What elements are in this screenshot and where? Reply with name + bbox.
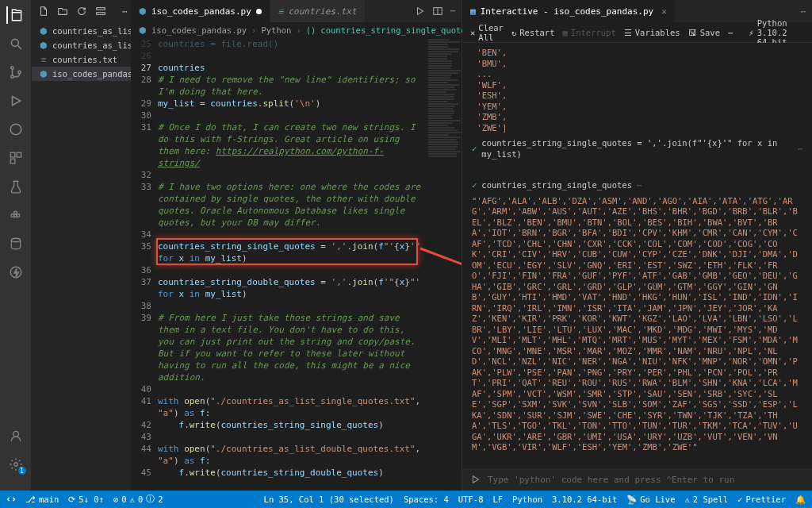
svg-rect-16 (97, 8, 105, 10)
source-control-icon[interactable] (7, 64, 25, 81)
docker-icon[interactable] (7, 206, 25, 224)
run-debug-icon[interactable] (7, 92, 25, 110)
svg-point-2 (10, 75, 13, 78)
interrupt-button: ▦ Interrupt (563, 28, 616, 37)
file-item[interactable]: ≡countries.txt (32, 52, 131, 67)
file-icon: ⬢ (38, 25, 49, 37)
cell-header: ✓ countries_string_single_quotes ⋯ (472, 175, 802, 196)
oracle-icon[interactable] (7, 121, 25, 138)
repl-placeholder: Type 'python' code here and press ⌃Enter… (488, 475, 734, 485)
cell-header: ✓ countries_string_single_quotes = ','.j… (472, 133, 802, 164)
svg-rect-11 (13, 212, 16, 214)
git-sync[interactable]: ⟳ 5↓ 0↑ (68, 495, 104, 504)
file-icon: ⬢ (38, 40, 49, 51)
editor-tab[interactable]: ≡countries.txt (270, 0, 366, 22)
svg-point-4 (10, 124, 21, 135)
database-icon[interactable] (7, 235, 25, 252)
more-icon[interactable]: ⋯ (450, 6, 455, 17)
extensions-icon[interactable] (7, 149, 25, 167)
file-name: countries.txt (52, 55, 117, 64)
interactive-output[interactable]: 'BEN', 'BMU', ... 'WLF', 'ESH', 'YEM', '… (462, 43, 812, 468)
svg-rect-17 (97, 13, 105, 15)
clear-all-button[interactable]: ✕ Clear All (470, 23, 504, 42)
svg-point-15 (13, 463, 17, 467)
language-mode[interactable]: Python (512, 495, 542, 504)
problems[interactable]: ⊘ 0 ⚠ 0 ⓘ 2 (113, 494, 163, 505)
go-live[interactable]: 📡 Go Live (626, 495, 675, 505)
prettier[interactable]: ✓ Prettier (737, 495, 786, 504)
file-icon: ⬢ (38, 68, 49, 79)
collapse-icon[interactable] (95, 6, 106, 17)
remote-icon[interactable] (6, 495, 16, 504)
interactive-toolbar: ✕ Clear All ↻ Restart ▦ Interrupt ☰ Vari… (462, 22, 812, 43)
file-name: iso_codes_pandas.py (52, 69, 131, 79)
svg-rect-5 (10, 152, 15, 157)
thunder-icon[interactable] (7, 264, 25, 281)
file-name: countries_as_list_si... (52, 40, 131, 50)
split-icon[interactable] (432, 6, 443, 17)
explorer-icon[interactable] (6, 6, 24, 24)
svg-point-12 (11, 238, 20, 242)
interactive-tab[interactable]: ▦Interactive - iso_codes_pandas.py✕ (462, 0, 676, 22)
svg-point-14 (13, 431, 18, 437)
breadcrumb-symbol: countries_string_single_quotes (320, 25, 471, 35)
indent[interactable]: Spaces: 4 (404, 495, 449, 504)
breadcrumb-file: iso_codes_pandas.py (151, 25, 247, 35)
svg-point-3 (17, 71, 20, 73)
file-name: countries_as_list_do... (52, 26, 131, 36)
more-icon[interactable]: ⋯ (122, 6, 128, 17)
new-file-icon[interactable] (38, 6, 49, 17)
svg-point-1 (10, 67, 13, 69)
minimap[interactable] (425, 38, 462, 491)
file-icon: ≡ (38, 54, 49, 65)
refresh-icon[interactable] (76, 6, 87, 17)
svg-point-0 (11, 39, 18, 46)
status-bar: ⎇ main ⟳ 5↓ 0↑ ⊘ 0 ⚠ 0 ⓘ 2 Ln 35, Col 1 … (0, 491, 812, 508)
cell-label: countries_string_single_quotes = ','.joi… (481, 138, 792, 160)
git-branch[interactable]: ⎇ main (25, 495, 59, 504)
sidebar: ⋯ ⬢countries_as_list_do...⬢countries_as_… (32, 0, 131, 491)
run-icon[interactable] (415, 6, 426, 17)
repl-input[interactable]: Type 'python' code here and press ⌃Enter… (462, 468, 812, 491)
breadcrumb-scope: Python (261, 25, 291, 35)
variables-button[interactable]: ☰ Variables (624, 28, 680, 37)
file-item[interactable]: ⬢countries_as_list_do... (32, 24, 131, 38)
testing-icon[interactable] (7, 178, 25, 195)
eol[interactable]: LF (492, 495, 503, 504)
save-button[interactable]: 🖫 Save (688, 28, 720, 37)
file-item[interactable]: ⬢countries_as_list_si... (32, 38, 131, 52)
restart-button[interactable]: ↻ Restart (511, 28, 555, 37)
cell-label: countries_string_single_quotes (481, 180, 632, 191)
settings-icon[interactable]: 1 (7, 456, 25, 473)
interpreter[interactable]: 3.10.2 64-bit (552, 495, 617, 504)
search-icon[interactable] (7, 35, 25, 52)
encoding[interactable]: UTF-8 (458, 495, 484, 504)
more-icon[interactable]: ⋯ (800, 6, 806, 17)
cursor-position[interactable]: Ln 35, Col 1 (30 selected) (264, 495, 394, 504)
new-folder-icon[interactable] (57, 6, 68, 17)
cell-output: "'AFG','ALA','ALB','DZA','ASM','AND','AG… (472, 196, 802, 453)
notifications-icon[interactable]: 🔔 (795, 495, 806, 505)
file-item[interactable]: ⬢iso_codes_pandas.py (32, 67, 131, 81)
more-icon[interactable]: ⋯ (728, 28, 733, 37)
svg-rect-6 (17, 152, 21, 157)
editor-tab[interactable]: ⬢iso_codes_pandas.py (131, 0, 270, 22)
editor-body[interactable]: 25262728 293031 3233 3435 3637 3839 4041… (131, 38, 462, 491)
accounts-icon[interactable] (7, 427, 25, 444)
breadcrumb[interactable]: ⬢ iso_codes_pandas.py › Python › ⟨⟩ coun… (131, 22, 462, 38)
svg-rect-7 (10, 159, 15, 164)
spell[interactable]: ⚠ 2 Spell (685, 495, 729, 504)
